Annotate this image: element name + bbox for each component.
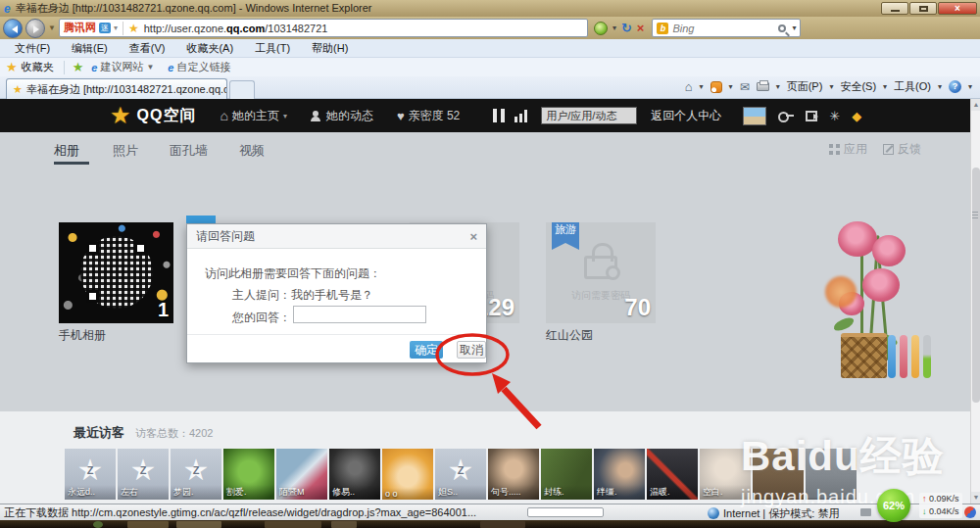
pause-icon[interactable] <box>493 109 505 122</box>
grid-icon <box>829 144 840 155</box>
print-icon[interactable] <box>757 82 769 91</box>
album-hongshan-park[interactable]: 旅游 访问需要密码 70 <box>546 222 656 323</box>
rss-icon[interactable] <box>710 81 722 93</box>
tab-albums[interactable]: 相册 <box>54 142 79 160</box>
stop-button[interactable]: × <box>637 21 645 35</box>
search-box[interactable]: b Bing ▾ <box>652 19 801 37</box>
visitor-avatar[interactable]: 封练. <box>541 449 592 500</box>
help-icon[interactable]: ? <box>949 80 961 93</box>
visitor-avatar[interactable]: 句号..... <box>488 449 539 500</box>
suggested-sites-item[interactable]: e 建议网站 ▼ <box>91 60 154 74</box>
security-zone-text: Internet | 保护模式: 禁用 <box>723 506 839 521</box>
rss-dropdown-icon[interactable]: ▾ <box>729 82 733 91</box>
site-dropdown-icon[interactable]: ▾ <box>114 24 118 32</box>
her-feed-link[interactable]: 她的动态 <box>311 108 373 124</box>
dialog-close-icon[interactable]: × <box>469 229 477 244</box>
help-dropdown-icon[interactable]: ▾ <box>968 82 972 91</box>
scroll-up-icon[interactable]: ▲ <box>971 99 980 111</box>
her-home-dropdown-icon[interactable]: ▾ <box>283 112 287 120</box>
gear-icon[interactable]: ✳ <box>829 109 840 123</box>
menu-tools[interactable]: 工具(T) <box>244 41 301 56</box>
album-name[interactable]: 红山公园 <box>546 327 593 344</box>
album-name[interactable]: 手机相册 <box>59 327 106 344</box>
close-button[interactable]: × <box>938 2 977 15</box>
visitor-avatar[interactable]: 陌暨M <box>276 449 327 500</box>
qzone-search-input[interactable] <box>541 107 637 124</box>
tools-menu[interactable]: 工具(O) <box>894 79 931 94</box>
visitor-avatar[interactable]: 永远d.. <box>65 449 116 500</box>
minimize-button[interactable] <box>881 2 908 15</box>
menu-favorites[interactable]: 收藏夹(A) <box>175 41 244 56</box>
address-dropdown-icon[interactable]: ▾ <box>612 24 616 32</box>
safety-dropdown-icon[interactable]: ▾ <box>883 82 887 91</box>
vertical-scrollbar[interactable]: ▲ ▼ <box>970 99 980 504</box>
apps-link[interactable]: 应用 <box>829 141 867 158</box>
menu-file[interactable]: 文件(F) <box>4 41 61 56</box>
menu-view[interactable]: 查看(V) <box>119 41 176 56</box>
qzone-logo-text[interactable]: QQ空间 <box>137 106 197 126</box>
visitor-avatar[interactable]: 温暖. <box>647 449 698 500</box>
visitor-avatar[interactable]: 空白. <box>700 449 751 500</box>
tab-photos[interactable]: 照片 <box>113 142 138 160</box>
visitor-avatar[interactable]: 修易.. <box>329 449 380 500</box>
visitor-avatar[interactable]: 梦园. <box>171 449 221 500</box>
cancel-button[interactable]: 取消 <box>457 341 486 359</box>
menu-help[interactable]: 帮助(H) <box>301 41 359 56</box>
tab-facewall[interactable]: 面孔墙 <box>170 142 208 160</box>
ok-button[interactable]: 确定 <box>410 341 443 359</box>
add-favorite-icon[interactable]: ★ <box>73 60 84 74</box>
new-tab-button[interactable] <box>229 80 255 99</box>
safety-menu[interactable]: 安全(S) <box>840 79 876 94</box>
tab-videos[interactable]: 视频 <box>239 142 265 160</box>
key-icon[interactable] <box>778 112 794 120</box>
compatibility-view-icon[interactable] <box>594 22 608 35</box>
address-field[interactable]: 腾讯网 迷 ▾ ★ http://user.qzone.qq.com/10314… <box>59 19 588 37</box>
back-button[interactable] <box>3 19 23 38</box>
visitor-avatar[interactable] <box>806 449 857 500</box>
visitors-title: 最近访客 <box>74 424 124 442</box>
visitor-avatar[interactable]: 割爱. <box>223 449 274 500</box>
album-mobile[interactable]: 1 <box>59 222 173 323</box>
ie-favicon: e <box>91 62 97 73</box>
favorites-label[interactable]: 收藏夹 <box>22 60 54 74</box>
album-photo-count: 70 <box>624 294 651 321</box>
user-avatar[interactable] <box>743 107 766 125</box>
mail-icon[interactable]: ✉ <box>740 80 750 94</box>
return-personal-center-link[interactable]: 返回个人中心 <box>651 108 721 124</box>
refresh-button[interactable]: ↻ <box>621 21 632 35</box>
favorite-star-icon[interactable]: ★ <box>128 22 139 35</box>
tools-dropdown-icon[interactable]: ▾ <box>938 82 942 91</box>
search-dropdown-icon[interactable]: ▾ <box>792 24 796 32</box>
download-arrow-icon: ↓ <box>922 506 927 516</box>
forward-button[interactable] <box>25 19 45 38</box>
active-tab[interactable]: ★ 幸福在身边 [http://1031482721.qzone.qq.com] <box>6 78 227 99</box>
maximize-button[interactable] <box>909 2 937 15</box>
visitor-avatar[interactable] <box>753 449 804 500</box>
history-dropdown-icon[interactable]: ▼ <box>48 24 56 32</box>
dialog-title: 请回答问题 <box>196 228 469 245</box>
logout-icon[interactable] <box>806 111 817 121</box>
search-icon[interactable] <box>778 24 786 32</box>
scrollbar-thumb[interactable] <box>972 168 980 403</box>
home-icon[interactable]: ⌂ <box>685 79 693 94</box>
page-menu[interactable]: 页面(P) <box>787 79 823 94</box>
answer-input[interactable] <box>293 306 426 323</box>
her-home-link[interactable]: ⌂ 她的主页 ▾ <box>220 108 286 124</box>
visitor-avatar[interactable]: 绊缰. <box>594 449 645 500</box>
custom-links-item[interactable]: e 自定义链接 <box>168 60 230 74</box>
page-dropdown-icon[interactable]: ▾ <box>829 82 833 91</box>
zoom-badge[interactable]: 62% <box>877 489 910 522</box>
visitor-avatar[interactable]: 左右 <box>118 449 169 500</box>
visitor-avatar[interactable]: o o <box>382 449 433 500</box>
favorites-star-icon[interactable]: ★ <box>6 60 18 74</box>
print-dropdown-icon[interactable]: ▾ <box>776 82 780 91</box>
home-dropdown-icon[interactable]: ▾ <box>700 82 704 91</box>
feedback-link[interactable]: 反馈 <box>883 141 921 158</box>
scroll-down-icon[interactable]: ▼ <box>971 492 980 504</box>
visitor-avatar[interactable]: 妲S.. <box>435 449 486 500</box>
diamond-vip-icon[interactable]: ◆ <box>852 109 861 123</box>
speed-monitor-icon[interactable] <box>964 506 976 518</box>
suggested-sites-dropdown-icon[interactable]: ▼ <box>146 63 154 72</box>
stats-bars-icon[interactable] <box>514 110 529 122</box>
menu-edit[interactable]: 编辑(E) <box>61 41 119 56</box>
